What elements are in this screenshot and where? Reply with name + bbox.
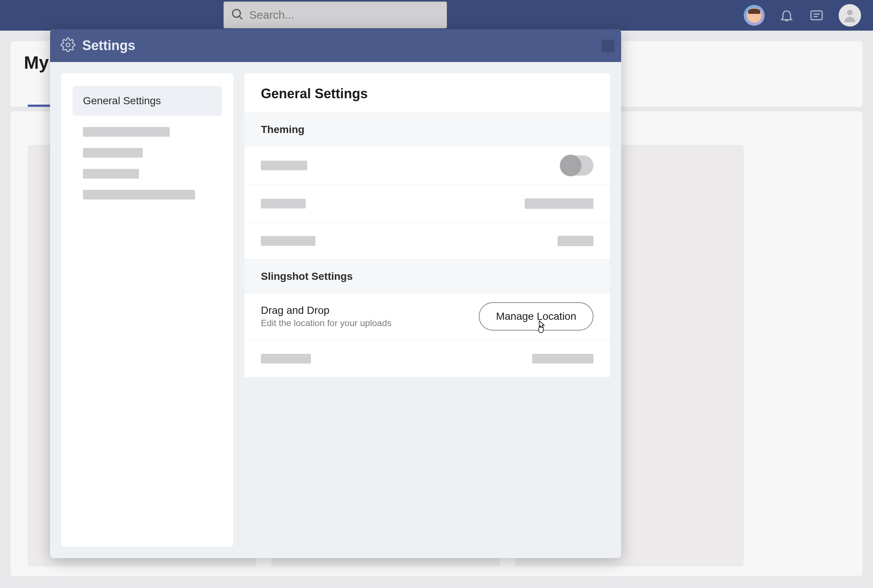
assistant-avatar[interactable] [744,5,765,26]
search-icon [231,8,244,22]
toggle-knob [560,154,581,176]
row-label-skeleton [261,160,307,170]
user-avatar[interactable] [838,4,861,27]
settings-sidebar: General Settings [61,73,233,547]
section-header-slingshot: Slingshot Settings [244,260,610,293]
row-value-skeleton [557,236,594,246]
row-label-skeleton [261,354,311,363]
manage-location-button[interactable]: Manage Location [479,302,594,331]
panel-title: General Settings [244,73,610,113]
section-header-theming: Theming [244,113,610,147]
svg-point-5 [847,10,853,15]
gear-icon [60,38,82,54]
drag-drop-sublabel: Edit the location for your uploads [261,318,392,328]
theming-row [244,185,610,222]
svg-point-6 [66,43,70,47]
svg-point-0 [233,9,240,17]
drag-drop-label: Drag and Drop [261,304,392,316]
sidebar-item-skeleton [83,169,139,178]
search-input[interactable] [244,9,440,21]
row-value-skeleton [525,198,594,209]
sidebar-item-skeleton [83,148,143,158]
svg-rect-2 [811,11,822,20]
modal-header: Settings [50,29,621,62]
theme-toggle[interactable] [560,155,594,176]
messages-icon[interactable] [809,8,825,23]
settings-main-panel: General Settings Theming Slingshot Setti… [244,73,610,547]
slingshot-row [244,340,610,377]
sidebar-item-general-settings[interactable]: General Settings [72,86,222,116]
sidebar-item-skeleton [83,127,170,137]
theming-row-toggle [244,147,610,185]
settings-modal: Settings General Settings General Settin… [50,29,621,558]
modal-close-button[interactable] [602,40,615,52]
sidebar-item-skeleton [83,190,195,200]
row-value-skeleton [532,354,594,363]
row-label-skeleton [261,199,306,208]
sidebar-item-label: General Settings [83,95,161,107]
theming-row [244,222,610,260]
modal-title: Settings [82,38,135,53]
global-search[interactable] [224,2,447,28]
svg-line-1 [240,16,242,20]
notifications-icon[interactable] [779,8,795,23]
top-navbar [0,0,873,31]
row-label-skeleton [261,236,316,246]
drag-and-drop-row: Drag and Drop Edit the location for your… [244,293,610,340]
